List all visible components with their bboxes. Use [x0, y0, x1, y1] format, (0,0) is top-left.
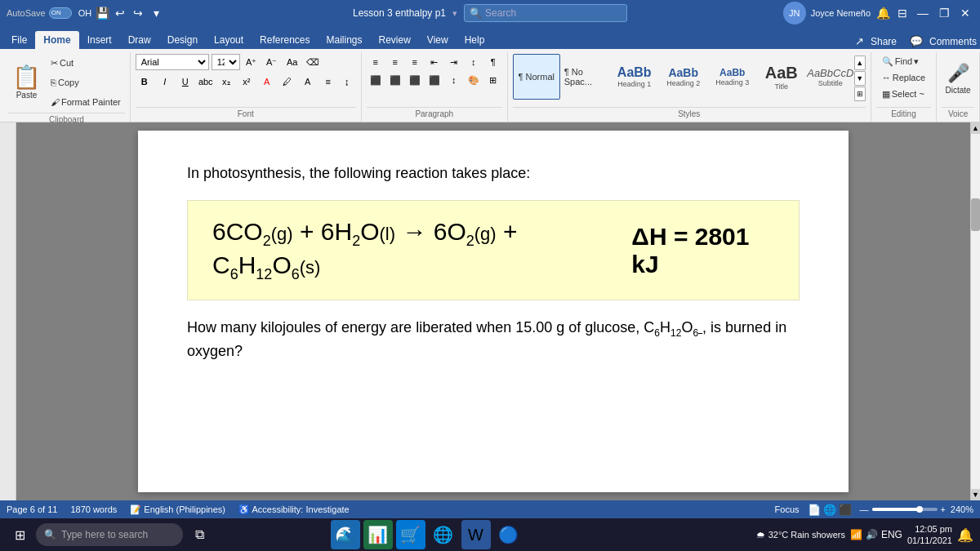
profile-icon[interactable]: JN — [783, 2, 806, 24]
tab-view[interactable]: View — [419, 31, 457, 49]
multilevel-list-button[interactable]: ≡ — [406, 54, 424, 70]
start-button[interactable]: ⊞ — [7, 522, 33, 548]
superscript-button[interactable]: x² — [238, 73, 256, 90]
wifi-icon[interactable]: 📶 — [850, 529, 862, 540]
scroll-down-button[interactable]: ▼ — [971, 489, 980, 500]
styles-scroll-down[interactable]: ▼ — [854, 71, 866, 86]
style-title[interactable]: AaB Title — [758, 54, 805, 100]
taskbar-search[interactable]: 🔍 Type here to search — [36, 523, 183, 546]
taskbar-app-store[interactable]: 🛒 — [396, 520, 425, 549]
tab-home[interactable]: Home — [35, 31, 78, 49]
style-heading1[interactable]: AaBb Heading 1 — [611, 54, 658, 100]
undo-icon[interactable]: ↩ — [113, 6, 127, 20]
restore-button[interactable]: ❐ — [936, 5, 952, 21]
save-icon[interactable]: 💾 — [95, 6, 109, 20]
taskbar-app-word[interactable]: W — [461, 520, 491, 549]
italic-button[interactable]: I — [156, 73, 174, 90]
weather-info[interactable]: 🌧 32°C Rain showers — [756, 530, 845, 540]
taskbar-app-excel[interactable]: 📊 — [363, 520, 393, 549]
styles-scroll-up[interactable]: ▲ — [854, 56, 866, 70]
style-normal[interactable]: ¶ Normal — [513, 54, 560, 100]
tab-references[interactable]: References — [252, 31, 318, 49]
zoom-out-icon[interactable]: — — [860, 504, 869, 514]
cut-button[interactable]: ✂ Cut — [47, 54, 125, 72]
grow-font-button[interactable]: A⁺ — [243, 54, 261, 70]
tab-help[interactable]: Help — [457, 31, 493, 49]
spacing-button[interactable]: ↨ — [338, 73, 356, 90]
language-btn[interactable]: ENG — [881, 529, 902, 540]
bold-button[interactable]: B — [136, 73, 154, 90]
style-no-spacing[interactable]: ¶ No Spac... — [562, 54, 609, 100]
show-paragraph-button[interactable]: ¶ — [484, 54, 502, 70]
text-color-button[interactable]: A — [299, 73, 317, 90]
search-box[interactable]: 🔍 Search — [464, 4, 627, 22]
zoom-level[interactable]: 240% — [949, 504, 973, 514]
tab-design[interactable]: Design — [159, 31, 206, 49]
tab-layout[interactable]: Layout — [206, 31, 252, 49]
tab-mailings[interactable]: Mailings — [318, 31, 370, 49]
share-icon[interactable]: ↗ — [855, 35, 864, 47]
dictate-button[interactable]: 🎤 Dictate — [942, 54, 974, 103]
autosave-toggle[interactable] — [49, 7, 72, 19]
strikethrough-button[interactable]: abc — [197, 73, 215, 90]
find-button[interactable]: 🔍 Find ▾ — [876, 54, 924, 69]
zoom-in-icon[interactable]: + — [941, 504, 946, 514]
word-count[interactable]: 1870 words — [70, 504, 117, 514]
ribbon-collapse-icon[interactable]: ⊟ — [895, 6, 910, 20]
style-subtitle[interactable]: AaBbCcD Subtitle — [807, 54, 854, 100]
tab-draw[interactable]: Draw — [120, 31, 159, 49]
page-info[interactable]: Page 6 of 11 — [7, 504, 57, 514]
document-page[interactable]: In photosynthesis, the following reactio… — [138, 131, 849, 492]
vertical-scrollbar[interactable]: ▲ ▼ — [970, 122, 980, 500]
sort-button[interactable]: ↕ — [465, 54, 483, 70]
bullet-list-button[interactable]: ≡ — [367, 54, 385, 70]
style-heading2[interactable]: AaBb Heading 2 — [660, 54, 707, 100]
comments-icon[interactable]: 💬 — [910, 35, 923, 47]
styles-scroll-expand[interactable]: ⊞ — [854, 87, 866, 101]
replace-button[interactable]: ↔ Replace — [876, 70, 931, 85]
tab-file[interactable]: File — [3, 31, 35, 49]
align-justify-button[interactable]: ≡ — [319, 73, 337, 90]
tab-insert[interactable]: Insert — [79, 31, 120, 49]
accessibility-info[interactable]: ♿ Accessibility: Investigate — [238, 504, 350, 515]
immersive-view-icon[interactable]: ⬛ — [839, 504, 852, 516]
share-label[interactable]: Share — [871, 36, 897, 47]
minimize-button[interactable]: — — [915, 5, 931, 21]
notifications-icon[interactable]: 🔔 — [875, 6, 890, 20]
scroll-thumb[interactable] — [971, 198, 980, 231]
paste-button[interactable]: 📋 Paste — [8, 64, 45, 102]
volume-icon[interactable]: 🔊 — [866, 529, 878, 540]
increase-indent-button[interactable]: ⇥ — [445, 54, 463, 70]
taskbar-app-msedge2[interactable]: 🌐 — [429, 520, 458, 549]
format-painter-button[interactable]: 🖌 Format Painter — [47, 93, 125, 111]
taskbar-app-edge[interactable]: 🌊 — [331, 520, 360, 549]
more-tools-icon[interactable]: ▾ — [149, 6, 163, 20]
close-button[interactable]: ✕ — [957, 5, 973, 21]
zoom-thumb[interactable] — [916, 506, 923, 513]
taskbar-app-chrome[interactable]: 🔵 — [494, 520, 523, 549]
change-case-button[interactable]: Aa — [283, 54, 301, 70]
language-indicator[interactable]: 📝 English (Philippines) — [130, 504, 225, 515]
align-left-button[interactable]: ⬛ — [367, 72, 385, 88]
numbered-list-button[interactable]: ≡ — [386, 54, 404, 70]
tab-review[interactable]: Review — [371, 31, 419, 49]
style-heading3[interactable]: AaBb Heading 3 — [709, 54, 756, 100]
notifications-button[interactable]: 🔔 — [957, 527, 973, 543]
align-right-button[interactable]: ⬛ — [406, 72, 424, 88]
task-view-button[interactable]: ⧉ — [186, 522, 212, 548]
line-spacing-button[interactable]: ↕ — [445, 72, 463, 88]
justify-button[interactable]: ⬛ — [425, 72, 443, 88]
print-view-icon[interactable]: 📄 — [808, 504, 821, 516]
align-center-button[interactable]: ⬛ — [386, 72, 404, 88]
highlight-button[interactable]: 🖊 — [278, 73, 296, 90]
comments-label[interactable]: Comments — [929, 36, 977, 47]
focus-button[interactable]: Focus — [775, 504, 800, 514]
font-size-select[interactable]: 12 — [212, 54, 240, 70]
subscript-button[interactable]: x₂ — [217, 73, 235, 90]
underline-button[interactable]: U — [176, 73, 194, 90]
clear-format-button[interactable]: ⌫ — [304, 54, 322, 70]
select-button[interactable]: ▦ Select ~ — [876, 87, 930, 101]
web-view-icon[interactable]: 🌐 — [823, 504, 836, 516]
shrink-font-button[interactable]: A⁻ — [263, 54, 281, 70]
taskbar-clock[interactable]: 12:05 pm 01/11/2021 — [907, 523, 952, 547]
